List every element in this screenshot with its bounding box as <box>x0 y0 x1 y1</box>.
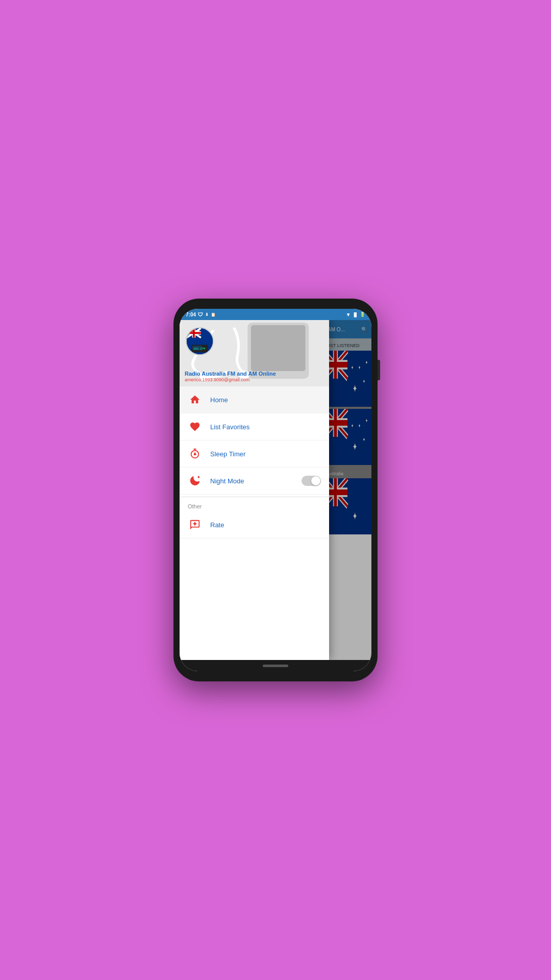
drawer-header-text: Radio Australia FM and AM Online americo… <box>185 370 324 382</box>
night-mode-label: Night Mode <box>210 477 302 485</box>
svg-text:102.2FM: 102.2FM <box>193 347 206 350</box>
download-icon: ⬇ <box>205 312 209 317</box>
svg-point-63 <box>198 476 200 478</box>
svg-point-56 <box>197 330 199 332</box>
home-label: Home <box>210 396 321 404</box>
status-time: 7:04 <box>186 312 196 317</box>
home-icon <box>188 393 202 407</box>
phone-frame: 7:04 🛡 ⬇ 📋 ▼ ▐▌ 🔋 AM O... 🔍 OST LISTENE <box>173 299 378 681</box>
home-button-bar <box>180 660 371 671</box>
rate-label: Rate <box>210 521 321 529</box>
shield-icon: 🛡 <box>198 312 203 317</box>
rate-icon <box>188 518 202 532</box>
moon-icon <box>188 474 202 488</box>
screen-body: AM O... 🔍 OST LISTENED <box>180 320 371 660</box>
volume-button[interactable] <box>378 360 380 380</box>
night-mode-toggle[interactable] <box>302 476 321 486</box>
clipboard-icon: 📋 <box>211 312 216 317</box>
menu-item-night-mode[interactable]: Night Mode <box>180 468 329 495</box>
menu-item-favorites[interactable]: List Favorites <box>180 413 329 440</box>
timer-icon <box>188 447 202 461</box>
navigation-drawer: 102.2FM Radio Australia FM and AM Online… <box>180 320 329 660</box>
favorites-label: List Favorites <box>210 423 321 431</box>
drawer-overlay[interactable] <box>323 320 371 660</box>
drawer-menu: Home List Favorites <box>180 386 329 660</box>
status-bar: 7:04 🛡 ⬇ 📋 ▼ ▐▌ 🔋 <box>180 309 371 320</box>
heart-icon <box>188 420 202 434</box>
wifi-icon: ▼ <box>346 312 351 317</box>
menu-divider <box>180 497 329 497</box>
menu-item-sleep-timer[interactable]: Sleep Timer <box>180 440 329 468</box>
home-button[interactable] <box>263 665 288 667</box>
menu-item-home[interactable]: Home <box>180 386 329 413</box>
drawer-header: 102.2FM Radio Australia FM and AM Online… <box>180 320 329 386</box>
status-right: ▼ ▐▌ 🔋 <box>346 312 365 317</box>
status-left: 7:04 🛡 ⬇ 📋 <box>186 312 216 317</box>
other-section-label: Other <box>180 499 329 511</box>
battery-icon: 🔋 <box>360 312 365 317</box>
signal-icon: ▐▌ <box>353 312 358 317</box>
app-logo: 102.2FM <box>186 327 214 355</box>
sleep-timer-label: Sleep Timer <box>210 450 321 458</box>
app-title: Radio Australia FM and AM Online <box>185 370 324 377</box>
phone-screen: 7:04 🛡 ⬇ 📋 ▼ ▐▌ 🔋 AM O... 🔍 OST LISTENE <box>180 309 371 671</box>
app-email: americo.1993.9090@gmail.com <box>185 377 324 382</box>
svg-point-62 <box>194 454 196 455</box>
toggle-knob <box>311 476 320 485</box>
svg-rect-41 <box>251 325 306 371</box>
menu-item-rate[interactable]: Rate <box>180 511 329 538</box>
